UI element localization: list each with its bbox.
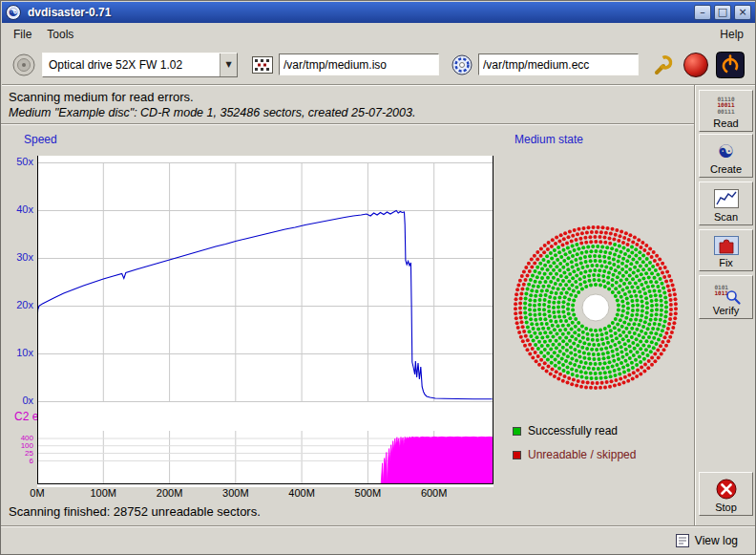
legend-unreadable: Unreadable / skipped	[513, 448, 636, 461]
drive-select-value: Optical drive 52X FW 1.02	[43, 58, 220, 72]
fix-button[interactable]: Fix	[699, 229, 753, 271]
log-icon	[676, 534, 689, 547]
status-line: Scanning medium for read errors.	[9, 90, 194, 104]
legend-unreadable-label: Unreadable / skipped	[528, 448, 636, 461]
minimize-button[interactable]: –	[694, 5, 711, 20]
medium-info-line: Medium "Example disc": CD-R mode 1, 3524…	[9, 106, 415, 119]
scan-button[interactable]: Scan	[699, 181, 753, 225]
fix-label: Fix	[719, 257, 733, 268]
close-button[interactable]: ×	[734, 5, 751, 20]
legend-read: Successfully read	[513, 424, 618, 438]
stop-button[interactable]: Stop	[699, 472, 753, 516]
read-button[interactable]: 01110 10011 00111 Read	[699, 90, 753, 132]
toolbar: Optical drive 52X FW 1.02 ▼	[2, 45, 755, 85]
medium-state-disc	[512, 224, 680, 392]
tick-label: 20x	[3, 299, 33, 310]
create-label: Create	[710, 163, 742, 175]
quit-icon[interactable]	[715, 51, 746, 79]
footer-bar: View log	[2, 527, 755, 554]
read-label: Read	[713, 117, 738, 129]
tick-label: 0x	[3, 395, 33, 406]
verify-button[interactable]: 0101 1011 Verify	[699, 275, 753, 319]
scan-result-text: Scanning finished: 28752 unreadable sect…	[9, 504, 261, 519]
speed-chart-title: Speed	[24, 133, 57, 146]
read-binary-icon: 01110 10011 00111	[717, 94, 734, 117]
verify-magnifier-icon: 0101 1011	[714, 279, 739, 305]
tick-label: 600M	[413, 487, 455, 499]
tick-label: 50x	[3, 156, 33, 167]
create-button[interactable]: ☯ Create	[699, 134, 753, 178]
drive-select[interactable]: Optical drive 52X FW 1.02 ▼	[42, 53, 238, 77]
fix-puzzle-icon	[714, 233, 739, 257]
stop-icon	[715, 476, 738, 502]
window-title: dvdisaster-0.71	[28, 6, 691, 19]
tick-label: 40x	[3, 203, 33, 215]
drive-icon	[11, 53, 36, 77]
app-menu-icon[interactable]: ☯	[6, 5, 21, 20]
legend-unreadable-swatch	[513, 451, 521, 459]
view-log-button[interactable]: View log	[672, 532, 742, 549]
image-file-icon	[251, 53, 274, 76]
tick-label: 400M	[281, 487, 323, 499]
speed-and-c2-chart	[37, 156, 494, 487]
ecc-file-input[interactable]	[478, 53, 639, 75]
preferences-wrench-icon[interactable]	[650, 52, 677, 78]
legend-read-swatch	[513, 427, 521, 436]
tick-label: 0M	[16, 487, 58, 499]
help-icon[interactable]	[683, 53, 708, 77]
maximize-button[interactable]: □	[714, 5, 731, 20]
separator	[1, 123, 694, 124]
view-log-label: View log	[695, 534, 738, 547]
tick-label: 300M	[215, 487, 257, 499]
scan-chart-icon	[714, 185, 739, 211]
medium-state-title: Medium state	[514, 133, 583, 146]
tick-label: 10x	[3, 347, 33, 358]
tick-label: 500M	[346, 487, 388, 499]
titlebar: ☯ dvdisaster-0.71 – □ ×	[2, 2, 755, 23]
chevron-down-icon[interactable]: ▼	[220, 53, 237, 76]
tick-label: 200M	[149, 487, 191, 499]
image-file-input[interactable]	[279, 53, 439, 75]
yin-yang-icon: ☯	[718, 138, 734, 163]
dvdisaster-window: ☯ dvdisaster-0.71 – □ × File Tools Help …	[0, 0, 756, 555]
footer-separator	[1, 525, 756, 526]
action-sidebar: 01110 10011 00111 Read ☯ Create Scan	[694, 85, 756, 525]
tick-label: 30x	[3, 251, 33, 263]
menu-help[interactable]: Help	[712, 25, 751, 44]
tick-label: 100M	[82, 487, 124, 499]
scan-label: Scan	[714, 211, 738, 223]
verify-label: Verify	[713, 305, 740, 316]
stop-label: Stop	[715, 502, 737, 513]
legend-read-label: Successfully read	[528, 424, 618, 438]
menubar: File Tools Help	[2, 23, 755, 45]
menu-file[interactable]: File	[6, 25, 39, 44]
tick-label: 6	[3, 457, 33, 465]
menu-tools[interactable]: Tools	[39, 25, 81, 44]
ecc-file-icon	[451, 53, 473, 76]
